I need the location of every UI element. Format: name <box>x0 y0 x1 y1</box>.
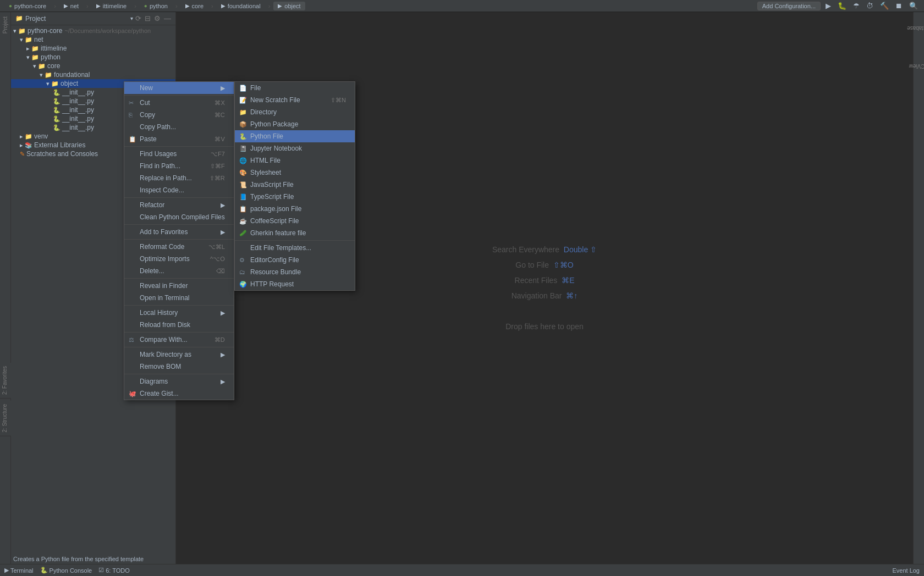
menu-item-new-label: New <box>140 84 153 92</box>
tab-ittimeline[interactable]: ▶ ittimeline <box>92 2 131 10</box>
stop-icon[interactable]: ⏹ <box>894 2 904 10</box>
menu-item-reload-disk[interactable]: Reload from Disk <box>124 319 234 331</box>
menu-item-compare[interactable]: ⚖ Compare With... ⌘D <box>124 334 234 346</box>
project-header: 📁 Project ▾ ⟳ ⊟ ⚙ — <box>11 12 175 25</box>
search-icon[interactable]: 🔍 <box>908 2 920 10</box>
menu-item-refactor-label: Refactor <box>140 201 164 209</box>
scratch-shortcut: ⇧⌘N <box>320 97 346 104</box>
copy-shortcut: ⌘C <box>204 112 225 119</box>
menu-item-refactor[interactable]: Refactor ▶ <box>124 199 234 211</box>
paste-shortcut: ⌘V <box>204 136 224 143</box>
menu-item-cut[interactable]: ✂ Cut ⌘X <box>124 97 234 109</box>
python-console-tab[interactable]: 🐍 Python Console <box>40 567 92 574</box>
submenu-item-scratch[interactable]: 📝 New Scratch File ⇧⌘N <box>235 94 355 106</box>
menu-item-delete[interactable]: Delete... ⌫ <box>124 265 234 277</box>
submenu-item-http-request[interactable]: 🌍 HTTP Request <box>235 278 355 290</box>
menu-item-reformat[interactable]: Reformat Code ⌥⌘L <box>124 241 234 253</box>
structure-strip[interactable]: 2: Structure <box>0 401 11 436</box>
menu-item-paste[interactable]: 📋 Paste ⌘V <box>124 133 234 145</box>
resource-bundle-icon: 🗂 <box>239 269 245 275</box>
submenu-item-typescript[interactable]: 📘 TypeScript File <box>235 191 355 203</box>
terminal-tab[interactable]: ▶ Terminal <box>4 567 34 574</box>
database-tab[interactable]: Database <box>905 24 924 32</box>
sync-icon[interactable]: ⟳ <box>135 14 141 23</box>
gist-icon: 🐙 <box>129 390 136 397</box>
tree-item-ittimeline[interactable]: ▸ 📁 ittimeline <box>11 44 175 53</box>
submenu-item-resource-bundle[interactable]: 🗂 Resource Bundle <box>235 266 355 278</box>
tree-item-net[interactable]: ▾ 📁 net <box>11 35 175 44</box>
event-log-tab[interactable]: Event Log <box>892 567 920 574</box>
menu-item-remove-bom[interactable]: Remove BOM <box>124 361 234 373</box>
menu-sep-10 <box>124 374 234 374</box>
tree-item-core[interactable]: ▾ 📁 core <box>11 62 175 70</box>
project-dropdown-arrow[interactable]: ▾ <box>130 15 133 21</box>
favorites-strip[interactable]: 2: Favorites <box>0 363 11 398</box>
menu-item-create-gist[interactable]: 🐙 Create Gist... <box>124 387 234 400</box>
scview-tab[interactable]: SCView <box>907 62 924 70</box>
tab-python-core[interactable]: ● python-core <box>4 2 51 10</box>
submenu-new: 📄 File 📝 New Scratch File ⇧⌘N 📁 Director… <box>234 81 355 291</box>
todo-icon: ☑ <box>98 567 104 574</box>
menu-item-find-usages[interactable]: Find Usages ⌥F7 <box>124 148 234 160</box>
menu-item-copy[interactable]: ⎘ Copy ⌘C <box>124 109 234 121</box>
tab-object[interactable]: ▶ object <box>273 2 305 10</box>
tree-label-init-3: __init__.py <box>62 106 94 114</box>
menu-item-copy-path[interactable]: Copy Path... <box>124 121 234 133</box>
submenu-item-coffeescript[interactable]: ☕ CoffeeScript File <box>235 215 355 227</box>
editorconfig-icon: ⚙ <box>239 257 245 264</box>
submenu-item-python-file[interactable]: 🐍 Python File <box>235 130 355 142</box>
gherkin-icon: 🥒 <box>239 230 247 237</box>
menu-item-local-history[interactable]: Local History ▶ <box>124 307 234 319</box>
build-icon[interactable]: 🔨 <box>878 2 890 10</box>
python-console-icon: 🐍 <box>40 567 48 574</box>
submenu-item-file[interactable]: 📄 File <box>235 82 355 94</box>
submenu-item-editorconfig[interactable]: ⚙ EditorConfig File <box>235 254 355 266</box>
menu-item-optimize-imports[interactable]: Optimize Imports ^⌥O <box>124 253 234 265</box>
menu-item-diagrams[interactable]: Diagrams ▶ <box>124 375 234 387</box>
menu-item-open-terminal[interactable]: Open in Terminal <box>124 292 234 304</box>
menu-item-replace-in-path[interactable]: Replace in Path... ⇧⌘R <box>124 172 234 184</box>
tree-item-foundational[interactable]: ▾ 📁 foundational <box>11 70 175 79</box>
submenu-item-directory[interactable]: 📁 Directory <box>235 106 355 118</box>
tab-net[interactable]: ▶ net <box>59 2 83 10</box>
menu-item-inspect-code[interactable]: Inspect Code... <box>124 184 234 196</box>
submenu-label-file: File <box>250 84 261 92</box>
tab-foundational[interactable]: ▶ foundational <box>217 2 265 10</box>
submenu-item-javascript[interactable]: 📜 JavaScript File <box>235 179 355 191</box>
menu-item-paste-label: Paste <box>140 135 157 143</box>
menu-sep-9 <box>124 347 234 347</box>
menu-item-favorites[interactable]: Add to Favorites ▶ <box>124 226 234 238</box>
bottom-bar: ▶ Terminal 🐍 Python Console ☑ 6: TODO Ev… <box>0 564 924 576</box>
recent-files-hint: Recent Files ⌘E <box>492 273 597 288</box>
tree-item-python-core[interactable]: ▾ 📁 python-core ~/Documents/workspace/py… <box>11 26 175 35</box>
submenu-item-html[interactable]: 🌐 HTML File <box>235 154 355 167</box>
run-config-button[interactable]: Add Configuration... <box>757 2 821 10</box>
menu-sep-4 <box>124 224 234 225</box>
submenu-label-resource-bundle: Resource Bundle <box>250 268 301 276</box>
submenu-item-package-json[interactable]: 📋 package.json File <box>235 203 355 215</box>
profile-icon[interactable]: ⏱ <box>865 2 875 10</box>
tab-python[interactable]: ● python <box>140 2 172 10</box>
menu-item-find-in-path[interactable]: Find in Path... ⇧⌘F <box>124 160 234 172</box>
project-tab-label[interactable]: Project <box>1 14 9 36</box>
settings-icon[interactable]: ⚙ <box>154 14 161 23</box>
submenu-item-python-package[interactable]: 📦 Python Package <box>235 118 355 130</box>
menu-item-new[interactable]: New ▶ <box>124 82 234 94</box>
collapse-all-icon[interactable]: ⊟ <box>145 14 151 23</box>
debug-icon[interactable]: 🐛 <box>836 2 848 10</box>
folder-icon-ittimeline: ▶ <box>96 3 101 9</box>
menu-item-mark-directory[interactable]: Mark Directory as ▶ <box>124 348 234 361</box>
menu-item-clean-compiled[interactable]: Clean Python Compiled Files <box>124 211 234 223</box>
submenu-item-stylesheet[interactable]: 🎨 Stylesheet <box>235 167 355 179</box>
menu-item-reveal-finder[interactable]: Reveal in Finder <box>124 280 234 292</box>
todo-tab[interactable]: ☑ 6: TODO <box>98 567 130 574</box>
tree-item-python[interactable]: ▾ 📁 python <box>11 53 175 62</box>
submenu-item-edit-templates[interactable]: Edit File Templates... <box>235 242 355 254</box>
tab-core[interactable]: ▶ core <box>181 2 208 10</box>
submenu-item-jupyter[interactable]: 📓 Jupyter Notebook <box>235 142 355 154</box>
run-icon[interactable]: ▶ <box>824 2 833 10</box>
close-panel-icon[interactable]: — <box>164 14 171 23</box>
submenu-item-gherkin[interactable]: 🥒 Gherkin feature file <box>235 227 355 239</box>
tree-path-root: ~/Documents/workspace/python <box>64 27 151 34</box>
coverage-icon[interactable]: ☂ <box>851 2 861 10</box>
